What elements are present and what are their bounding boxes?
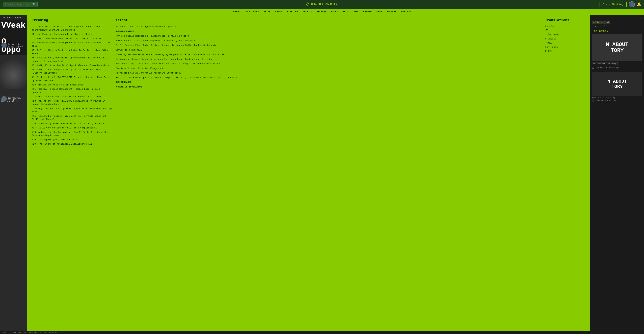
subnav-item-shop[interactable]: SHOP bbox=[376, 11, 382, 13]
top-right-actions: Start Writing 👤 🔔 bbox=[600, 1, 641, 8]
trending-item-7[interactable]: #7- Unity AI: Creating Intelligent NPCs … bbox=[32, 63, 112, 68]
main-content: The Apecoin (AP VVeakOOppo 👤 @andreydido… bbox=[0, 15, 644, 332]
trending-item-2[interactable]: #2- The Power of Achieving Flow State in… bbox=[32, 32, 112, 37]
subnav-item-tech-co[interactable]: TECH CO DIRECTORY bbox=[303, 11, 326, 13]
pencil-icon[interactable]: ✏ bbox=[641, 17, 642, 20]
trending-item-19[interactable]: #19- The Ripple (XRP) SWOT Analysis bbox=[32, 138, 112, 142]
subnav-item-top-stories[interactable]: TOP STORIES bbox=[244, 11, 259, 13]
bottom-story-big-text: N ABOUTTORY bbox=[607, 79, 627, 89]
future-of-ai-tag[interactable]: #future-of-ai bbox=[592, 21, 610, 24]
three-column-layout: Trending #1- The Role of Artificial Inte… bbox=[32, 18, 585, 146]
center-content: Trending #1- The Role of Artificial Inte… bbox=[27, 15, 590, 332]
sidebar-article-title: The Apecoin (AP bbox=[0, 15, 27, 20]
logo-clock-icon: ⏱ bbox=[306, 2, 310, 7]
search-icon: 🔍 bbox=[32, 3, 36, 6]
bottom-headphone-icon: 🎧 bbox=[592, 99, 594, 102]
latest-item-2[interactable]: RUNNING WATERS bbox=[116, 29, 542, 34]
bottom-story-read-time: 🎧 147m read a day ago bbox=[592, 99, 642, 102]
trending-item-20[interactable]: #20- The Future of Artificial Intelligen… bbox=[32, 142, 112, 146]
translation-item-6[interactable]: Português bbox=[545, 45, 585, 49]
translation-item-1[interactable]: Español bbox=[545, 25, 585, 29]
bottom-story-image[interactable]: N ABOUTTORY bbox=[592, 72, 642, 96]
trending-item-10[interactable]: #10- Making the Most of 1-on-1 Meetings bbox=[32, 83, 112, 87]
latest-item-13[interactable]: THE CRUSADES bbox=[116, 80, 542, 85]
bottom-story-hashtag[interactable]: #hackernoon-top-story bbox=[592, 97, 642, 99]
trending-item-17[interactable]: #17- Is AI Content Bad for SEO? It's Com… bbox=[32, 126, 112, 130]
trending-item-6[interactable]: #6- Revolutionary Potential Superconduct… bbox=[32, 56, 112, 63]
trending-item-16[interactable]: #16- Rethinking Web3: How to Build Faste… bbox=[32, 122, 112, 126]
trending-item-1[interactable]: #1- The Role of Artificial Intelligence … bbox=[32, 25, 112, 32]
read-time-row: 🎧 10m read 13 hours ago bbox=[592, 67, 642, 69]
latest-item-3[interactable]: Why You Should Maintain a Relationship P… bbox=[116, 34, 542, 39]
top-story-hashtag[interactable]: #hackernoon-top-story bbox=[592, 62, 618, 65]
subnav-item-web25[interactable]: WEB 2.5 bbox=[401, 11, 411, 13]
latest-item-1[interactable]: Boldness takes in the dynamic system of … bbox=[116, 25, 542, 29]
sidebar-author-avatar[interactable]: 👤 bbox=[1, 43, 7, 48]
latest-column: Latest Boldness takes in the dynamic sys… bbox=[112, 18, 542, 146]
start-writing-button[interactable]: Start Writing bbox=[600, 2, 627, 7]
sidebar-big-text: VVeakOOppo bbox=[0, 20, 27, 55]
latest-item-8[interactable]: Solving the ConnectTimeoutError When Ver… bbox=[116, 57, 542, 62]
read-time: 10m read bbox=[596, 67, 604, 69]
user-avatar[interactable]: 👤 bbox=[629, 1, 635, 8]
translations-list: EspañolहिंदीTiếng ViệtFrançais中国人Portugu… bbox=[545, 25, 585, 54]
trending-item-12[interactable]: #12- What are the Best Free AI Art Gener… bbox=[32, 95, 112, 99]
translation-item-2[interactable]: हिंदी bbox=[545, 29, 585, 33]
top-story-image[interactable]: N ABOUTTORY bbox=[592, 34, 642, 61]
trending-item-5[interactable]: #5- DeFi on Bitcoin Part 1: A Guide To B… bbox=[32, 48, 112, 56]
bottom-read-time: 147m read bbox=[596, 100, 606, 102]
sidebar-second-avatar[interactable]: 👤 bbox=[1, 96, 7, 101]
subnav-item-jobs[interactable]: JOBS bbox=[353, 11, 358, 13]
latest-list: Boldness takes in the dynamic system of … bbox=[116, 25, 542, 89]
latest-item-12[interactable]: Essential 2023 Developer Conferences: Ox… bbox=[116, 75, 542, 80]
status-bar: https://hackernoon.com/tagged/hackernoon… bbox=[0, 331, 644, 332]
latest-item-14[interactable]: A NOTE OF INVITATION bbox=[116, 85, 542, 89]
trending-item-11[interactable]: #11- Goodbye Product Management - Hello … bbox=[32, 87, 112, 95]
bottom-time-ago: a day ago bbox=[607, 100, 617, 102]
trending-item-15[interactable]: #15- Launched a Project Twice with Two H… bbox=[32, 114, 112, 122]
sidebar-author-image bbox=[0, 55, 27, 89]
latest-item-5[interactable]: PayPal Becomes First Major Fintech Compa… bbox=[116, 43, 542, 48]
latest-item-7[interactable]: Boosting Website Performance: Leveraging… bbox=[116, 52, 542, 57]
sidebar-author-name: Andrey Didovsk bbox=[8, 45, 23, 47]
subnav-item-write[interactable]: WRITE bbox=[264, 11, 270, 13]
trending-item-8[interactable]: #8- Multi-Cloud DevOps: Strategies for S… bbox=[32, 68, 112, 75]
logo-area[interactable]: ⏱ HACKERNOON bbox=[306, 2, 338, 7]
subnav-item-learn[interactable]: LEARN bbox=[275, 11, 282, 13]
sidebar-second-author-info: @djcampbell DJCampbell bbox=[8, 97, 20, 101]
translation-item-4[interactable]: Français bbox=[545, 37, 585, 41]
sidebar-image-area: 👤 @andreydido Andrey Didovsk It's Not th… bbox=[0, 55, 27, 332]
translations-column: Translations EspañolहिंदीTiếng ViệtFranç… bbox=[542, 18, 585, 146]
latest-item-11[interactable]: Harnessing AI: 28 Innovative Marketing S… bbox=[116, 71, 542, 75]
subnav-item-read[interactable]: READ bbox=[233, 11, 239, 13]
latest-item-4[interactable]: How Ethereum Clients Work Together for S… bbox=[116, 39, 542, 43]
translation-item-7[interactable]: 日本語 bbox=[545, 49, 585, 54]
trending-item-3[interactable]: #3- How to Optimize Your LinkedIn Profil… bbox=[32, 37, 112, 41]
subnav-item-startups[interactable]: STARTUPS bbox=[287, 11, 298, 13]
trending-item-14[interactable]: #14- Why the Lean Startup Model Might Be… bbox=[32, 106, 112, 114]
translations-title: Translations bbox=[545, 18, 585, 22]
trending-title: Trending bbox=[32, 18, 112, 22]
trending-item-13[interactable]: #13- Beyond the Hype: Real-World Challen… bbox=[32, 99, 112, 106]
trending-item-9[interactable]: #9- Setting Up a MinIO FTP/SFTP Server —… bbox=[32, 75, 112, 83]
sidebar-author-info: @andreydido Andrey Didovsk bbox=[8, 43, 23, 47]
search-input[interactable] bbox=[4, 3, 31, 6]
translation-item-3[interactable]: Tiếng Việt bbox=[545, 33, 585, 37]
sidebar-second-author: 👤 @djcampbell DJCampbell bbox=[0, 95, 27, 102]
latest-item-6[interactable]: DevOps in a Nutshell bbox=[116, 48, 542, 52]
subnav-item-crypto[interactable]: CRYPTO bbox=[363, 11, 372, 13]
sidebar-author-handle: @andreydido bbox=[8, 43, 23, 45]
bottom-story: N ABOUTTORY #hackernoon-top-story 🎧 147m… bbox=[592, 72, 642, 102]
notification-bell-icon[interactable]: 🔔 bbox=[637, 2, 641, 7]
subnav-item-partner[interactable]: PARTNER bbox=[386, 11, 396, 13]
search-area[interactable]: 🔍 bbox=[3, 2, 38, 7]
subnav-item-help[interactable]: HELP bbox=[343, 11, 348, 13]
latest-item-10[interactable]: Deepfake Voices: AI's New Playground bbox=[116, 66, 542, 71]
latest-item-9[interactable]: Why Onboarding Traditional Investment Ve… bbox=[116, 61, 542, 66]
subnav-item-about[interactable]: ABOUT bbox=[331, 11, 338, 13]
trending-item-18[interactable]: #18- Automating the Automation: Can AI F… bbox=[32, 130, 112, 138]
sidebar-second-handle: @djcampbell bbox=[8, 97, 20, 99]
translation-item-5[interactable]: 中国人 bbox=[545, 41, 585, 45]
trending-list: #1- The Role of Artificial Intelligence … bbox=[32, 25, 112, 146]
trending-item-4[interactable]: #4- Common Mistakes in Engineer-Authored… bbox=[32, 41, 112, 48]
